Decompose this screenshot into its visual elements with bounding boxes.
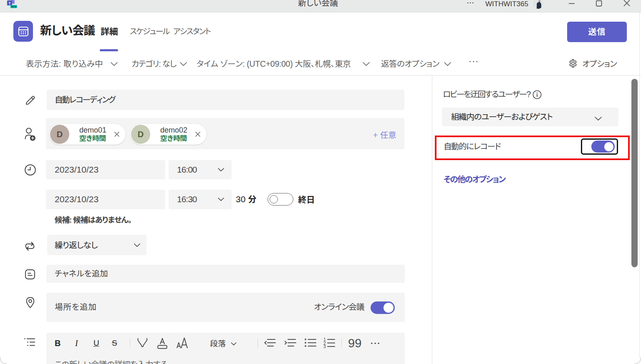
svg-text:T: T <box>8 1 11 5</box>
svg-text:NEW: NEW <box>11 5 17 8</box>
svg-text:3: 3 <box>323 344 326 349</box>
